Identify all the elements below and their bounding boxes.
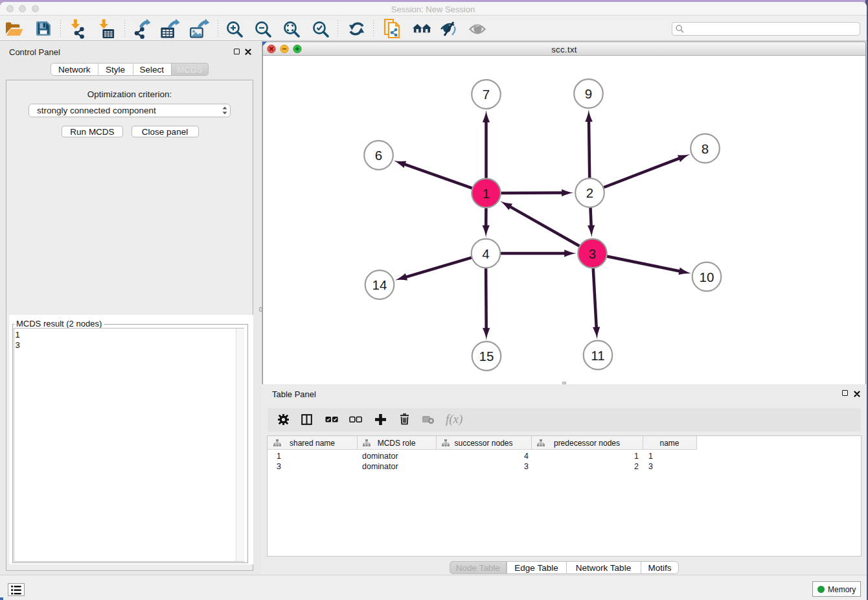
- svg-text:15: 15: [479, 349, 494, 363]
- svg-text:11: 11: [591, 348, 604, 363]
- svg-text:14: 14: [372, 277, 387, 292]
- svg-text:6: 6: [375, 148, 382, 163]
- svg-text:2: 2: [586, 185, 593, 200]
- svg-text:7: 7: [483, 87, 490, 102]
- svg-text:1: 1: [483, 186, 490, 201]
- svg-text:9: 9: [585, 86, 592, 101]
- svg-text:4: 4: [482, 246, 489, 261]
- svg-text:10: 10: [700, 270, 714, 284]
- svg-text:8: 8: [702, 141, 709, 156]
- svg-text:3: 3: [589, 246, 596, 261]
